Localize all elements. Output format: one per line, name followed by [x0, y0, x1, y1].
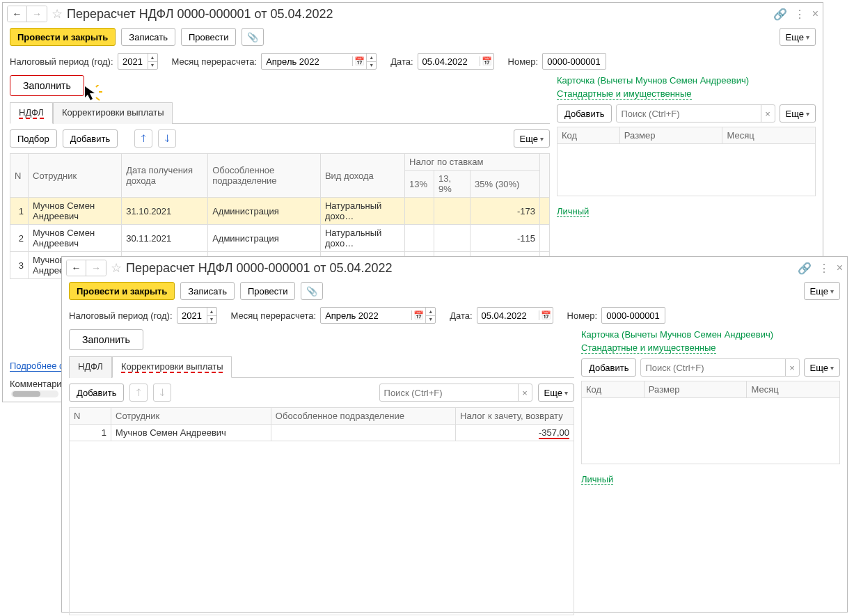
fill-button[interactable]: Заполнить: [69, 329, 143, 350]
fields-row: Налоговый период (год): ▲▼ Месяц перерас…: [62, 306, 847, 329]
month-calendar-icon[interactable]: 📅: [352, 56, 366, 66]
add-row-button[interactable]: Добавить: [69, 384, 124, 402]
h-scrollbar[interactable]: [11, 390, 58, 397]
table-row[interactable]: 1Мучнов Семен Андреевич-357,00: [70, 425, 574, 441]
window-title: Перерасчет НДФЛ 0000-000001 от 05.04.202…: [126, 261, 393, 276]
number-input[interactable]: [543, 54, 606, 69]
nav-forward-button[interactable]: →: [86, 260, 106, 276]
col-income-type: Вид дохода: [320, 154, 404, 198]
month-input[interactable]: [262, 54, 352, 69]
move-up-button[interactable]: 🡑: [129, 384, 148, 402]
save-button[interactable]: Записать: [180, 282, 235, 300]
personal-link[interactable]: Личный: [581, 474, 613, 485]
close-icon[interactable]: ×: [812, 8, 819, 20]
table-row[interactable]: 1Мучнов Семен Андреевич31.10.2021Админис…: [10, 198, 550, 225]
window-title: Перерасчет НДФЛ 0000-000001 от 05.04.202…: [67, 7, 333, 22]
post-button[interactable]: Провести: [240, 282, 296, 300]
tax-period-spinner[interactable]: ▲▼: [207, 308, 216, 323]
tab-ndfl[interactable]: НДФЛ: [10, 102, 53, 124]
close-icon[interactable]: ×: [837, 262, 843, 274]
date-calendar-icon[interactable]: 📅: [480, 56, 493, 66]
more-button[interactable]: Еще: [780, 28, 816, 46]
deductions-grid[interactable]: Код Размер Месяц: [581, 381, 840, 464]
col-13-9: 13, 9%: [434, 171, 471, 198]
favorite-star-icon[interactable]: ☆: [111, 260, 122, 276]
svg-line-2: [96, 97, 100, 100]
col-income-date: Дата получения дохода: [122, 154, 208, 198]
left-pane: Заполнить НДФЛ Корректировки выплаты Доб…: [69, 329, 574, 615]
date-calendar-icon[interactable]: 📅: [539, 310, 553, 320]
nav-forward-button[interactable]: →: [27, 6, 47, 22]
attach-button[interactable]: 📎: [242, 28, 264, 46]
nav-back-button[interactable]: ←: [67, 260, 86, 276]
col-35: 35% (30%): [471, 171, 540, 198]
card-more-button[interactable]: Еще: [804, 358, 840, 377]
grid-more-button[interactable]: Еще: [538, 384, 574, 402]
kebab-menu-icon[interactable]: ⋮: [794, 8, 805, 21]
add-row-button[interactable]: Добавить: [63, 129, 118, 148]
link-icon[interactable]: 🔗: [798, 262, 812, 275]
corrections-grid[interactable]: N Сотрудник Обособленное подразделение Н…: [69, 407, 574, 615]
date-label: Дата:: [450, 310, 472, 321]
col-code: Код: [582, 381, 645, 398]
col-month: Месяц: [747, 381, 840, 398]
right-pane: Карточка (Вычеты Мучнов Семен Андреевич)…: [557, 75, 816, 279]
grid-more-button[interactable]: Еще: [514, 129, 550, 148]
save-button[interactable]: Записать: [121, 28, 175, 46]
favorite-star-icon[interactable]: ☆: [52, 6, 63, 22]
col-size: Размер: [619, 127, 722, 144]
month-calendar-icon[interactable]: 📅: [411, 310, 425, 320]
card-search-clear-icon[interactable]: ×: [785, 359, 799, 376]
tax-period-input[interactable]: [177, 308, 207, 323]
link-icon[interactable]: 🔗: [773, 8, 787, 21]
month-input[interactable]: [321, 308, 411, 323]
card-more-button[interactable]: Еще: [780, 104, 816, 123]
pick-button[interactable]: Подбор: [10, 129, 57, 148]
titlebar: ← → ☆ Перерасчет НДФЛ 0000-000001 от 05.…: [62, 257, 847, 279]
month-spinner[interactable]: ▲▼: [366, 54, 376, 69]
nav-back-button[interactable]: ←: [8, 6, 27, 22]
col-13: 13%: [405, 171, 434, 198]
kebab-menu-icon[interactable]: ⋮: [819, 262, 830, 275]
tax-period-spinner[interactable]: ▲▼: [148, 54, 157, 69]
more-button[interactable]: Еще: [804, 282, 840, 300]
tab-ndfl[interactable]: НДФЛ: [69, 356, 112, 378]
card-search-input[interactable]: [641, 363, 784, 373]
move-down-button[interactable]: 🡓: [158, 129, 176, 148]
post-and-close-button[interactable]: Провести и закрыть: [69, 282, 175, 300]
move-up-button[interactable]: 🡑: [134, 129, 152, 148]
tabs: НДФЛ Корректировки выплаты: [69, 356, 574, 378]
tab-corrections[interactable]: Корректировки выплаты: [112, 356, 232, 378]
move-down-button[interactable]: 🡓: [153, 384, 171, 402]
grid-toolbar: Добавить 🡑 🡓 × Еще: [69, 378, 574, 407]
fill-button[interactable]: Заполнить: [10, 75, 84, 96]
card-search-input[interactable]: [617, 109, 760, 119]
tab-corrections[interactable]: Корректировки выплаты: [53, 102, 173, 124]
table-row[interactable]: 2Мучнов Семен Андреевич30.11.2021Админис…: [10, 225, 550, 252]
post-and-close-button[interactable]: Провести и закрыть: [10, 28, 116, 46]
tax-period-label: Налоговый период (год):: [69, 310, 173, 321]
details-link[interactable]: Подробнее с: [10, 361, 64, 372]
col-department: Обособленное подразделение: [208, 154, 321, 198]
standard-deductions-link[interactable]: Стандартные и имущественные: [557, 88, 692, 100]
number-input[interactable]: [602, 308, 665, 323]
month-spinner[interactable]: ▲▼: [425, 308, 435, 323]
toolbar-top: Провести и закрыть Записать Провести 📎 Е…: [3, 25, 823, 52]
attach-button[interactable]: 📎: [301, 282, 323, 300]
card-search-clear-icon[interactable]: ×: [761, 105, 775, 122]
standard-deductions-link[interactable]: Стандартные и имущественные: [581, 342, 716, 354]
grid-search-input[interactable]: [380, 388, 518, 398]
card-add-button[interactable]: Добавить: [581, 358, 636, 377]
grid-search-clear-icon[interactable]: ×: [518, 384, 532, 401]
tax-period-input[interactable]: [118, 54, 148, 69]
fields-row: Налоговый период (год): ▲▼ Месяц перерас…: [3, 52, 823, 75]
deductions-grid[interactable]: Код Размер Месяц: [557, 127, 816, 196]
col-department: Обособленное подразделение: [271, 408, 455, 425]
grid-toolbar: Подбор Добавить 🡑 🡓 Еще: [10, 124, 550, 153]
card-add-button[interactable]: Добавить: [557, 104, 612, 123]
personal-link[interactable]: Личный: [557, 206, 589, 217]
date-input[interactable]: [418, 54, 480, 69]
nav-buttons: ← →: [7, 6, 47, 22]
post-button[interactable]: Провести: [181, 28, 237, 46]
date-input[interactable]: [477, 308, 539, 323]
